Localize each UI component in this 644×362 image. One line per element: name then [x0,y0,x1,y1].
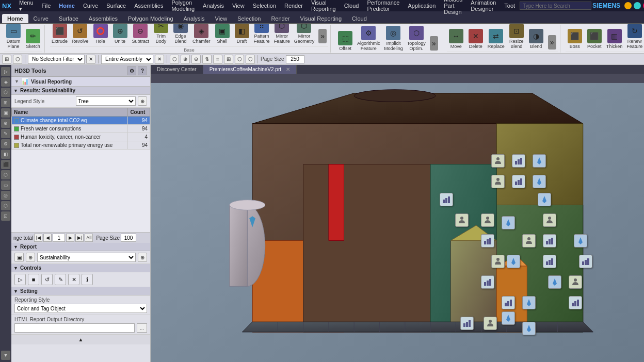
tag-icon-13[interactable] [491,255,505,268]
tag-icon-30[interactable] [502,311,515,325]
tag-icon-25[interactable] [579,255,592,268]
tag-icon-28[interactable] [460,317,474,330]
tag-icon-12[interactable] [507,255,520,268]
tag-icon-19[interactable] [538,193,551,206]
tab-curve[interactable]: Curve [28,14,54,23]
pocket-button[interactable]: ⬛ Pocket [585,28,604,51]
search-input[interactable] [520,2,591,10]
tag-icon-9[interactable] [481,213,494,227]
unite-button[interactable]: ⊕ Unite [111,24,130,45]
blend-button[interactable]: ◑ Blend [527,28,545,51]
tag-icon-21[interactable] [543,255,556,268]
menu-item-home[interactable]: Home [55,2,78,10]
chamfer-button[interactable]: ◈ Chamfer [191,24,212,45]
menu-item-performance[interactable]: Performance Predictor [363,0,403,13]
minimize-button[interactable] [624,2,632,9]
menu-item-curve[interactable]: Curve [79,2,102,10]
extrude-button[interactable]: ⬛ Extrude [50,24,69,45]
results-header[interactable]: ▼ Results: Sustainability [11,87,150,95]
left-icon-1[interactable]: ▷ [1,67,10,76]
menu-item-polygon[interactable]: Polygon Modeling [168,0,198,13]
tab-discovery-center[interactable]: Discovery Center [151,65,203,74]
legend-style-select[interactable]: Tree Flat [76,96,136,106]
tag-icon-18[interactable] [543,234,556,248]
tab-coffee-machine-close[interactable]: ✕ [286,67,290,72]
panel-settings-btn[interactable]: ⚙ [127,66,136,75]
left-icon-2[interactable]: ◈ [1,77,10,87]
pagination-all[interactable]: All [85,234,93,242]
tag-icon-10[interactable] [502,216,515,229]
subtoolbar-btn-1[interactable]: ⊞ [2,55,11,64]
subtoolbar-btn-2[interactable]: ⬡ [13,55,22,64]
left-icon-3[interactable]: ⬡ [1,88,10,97]
table-row[interactable]: Fresh water consumptions94 [12,125,150,133]
menu-item-animation[interactable]: Animation Designer [467,0,500,13]
tag-icon-26[interactable] [569,275,582,289]
report-header[interactable]: ▼ Report [11,243,150,251]
tag-icon-29[interactable] [484,317,497,330]
tag-icon-23[interactable] [569,296,582,309]
ctrl-btn-5[interactable]: ✕ [68,274,79,285]
tab-cloud[interactable]: Cloud [347,14,372,23]
tab-render[interactable]: Render [266,14,295,23]
menu-item-selection[interactable]: Selection [249,2,280,10]
report-action-btn[interactable]: ⊕ [138,253,147,262]
thicken-button[interactable]: ▥ Thicken [605,28,624,51]
ctrl-btn-6[interactable]: ℹ [82,274,93,285]
subtract-button[interactable]: ⊖ Subtract [131,24,151,45]
menu-item-application[interactable]: Application [404,2,439,10]
replace-face-button[interactable]: ⇄ Replace [486,28,506,51]
left-icon-15[interactable]: ⊡ [1,211,10,221]
selection-filter-select[interactable]: No Selection Filter [28,55,85,64]
tab-assemblies[interactable]: Assemblies [84,14,123,23]
implicit-modeling-button[interactable]: ◎ ImplicitModeling [382,25,405,53]
pattern-feature-button[interactable]: ⠿ PatternFeature [252,24,271,45]
tag-icon-27[interactable] [522,322,536,335]
tag-icon-20[interactable] [543,213,556,227]
assembly-select[interactable]: Entire Assembly [101,55,153,64]
menu-item-cloud[interactable]: Cloud [341,2,363,10]
trim-body-button[interactable]: ✂ TrimBody [152,24,170,45]
report-add-btn[interactable]: ⊕ [26,253,35,262]
subtoolbar-btn-6[interactable]: ⊕ [181,55,190,64]
menu-item-molded[interactable]: Molded Part Design [440,0,466,16]
left-icon-8[interactable]: ⚙ [1,139,10,149]
tab-analysis[interactable]: Analysis [179,14,210,23]
ctrl-btn-2[interactable]: ■ [28,274,39,285]
move-face-button[interactable]: ↔ Move [447,28,465,51]
tab-view[interactable]: View [210,14,233,23]
menu-item-view[interactable]: View [229,2,248,10]
left-icon-16[interactable]: ▼ [1,351,10,360]
subtoolbar-btn-8[interactable]: ⇅ [202,55,212,64]
pagination-next[interactable]: ▶ [66,234,74,242]
topology-optimization-button[interactable]: ⬡ TopologyOptim. [406,25,427,53]
left-icon-4[interactable]: ⊞ [1,98,10,107]
html-report-browse-btn[interactable]: … [137,323,147,333]
left-icon-7[interactable]: ✎ [1,129,10,138]
tag-icon-6[interactable] [533,175,546,188]
left-icon-13[interactable]: ◎ [1,191,10,200]
tab-home[interactable]: Home [2,14,28,23]
tag-icon-22[interactable] [548,275,561,289]
delete-face-button[interactable]: ✕ Delete [466,28,485,51]
legend-btn[interactable]: ⊕ [138,96,147,106]
panel-close-btn[interactable]: ? [138,66,147,75]
left-icon-11[interactable]: ⬡ [1,170,10,179]
datum-plane-button[interactable]: ▭ DatumPlane [4,24,23,51]
ctrl-btn-3[interactable]: ↺ [41,274,53,285]
boss-button[interactable]: ⬛ Boss [566,28,584,51]
tag-icon-2[interactable] [512,154,525,168]
subtoolbar-btn-4[interactable]: ✕ [155,55,164,64]
table-row[interactable]: Climate change total CO2 eq94 [12,117,150,125]
menu-item-analysis[interactable]: Analysis [199,2,228,10]
tag-icon-7[interactable] [440,193,453,206]
tag-icon-1[interactable] [491,154,505,168]
tab-visual-reporting[interactable]: Visual Reporting [295,14,347,23]
report-type-select[interactable]: Sustainability [37,253,136,262]
tag-icon-5[interactable] [512,175,525,188]
offset-region-button[interactable]: ⬚ Offset [336,30,355,53]
subtoolbar-btn-3[interactable]: ✕ [86,55,95,64]
page-size-input2[interactable] [121,234,136,242]
table-row[interactable]: Total non-renewable primary energy use94 [12,141,150,150]
revolve-button[interactable]: ↺ Revolve [70,24,90,45]
